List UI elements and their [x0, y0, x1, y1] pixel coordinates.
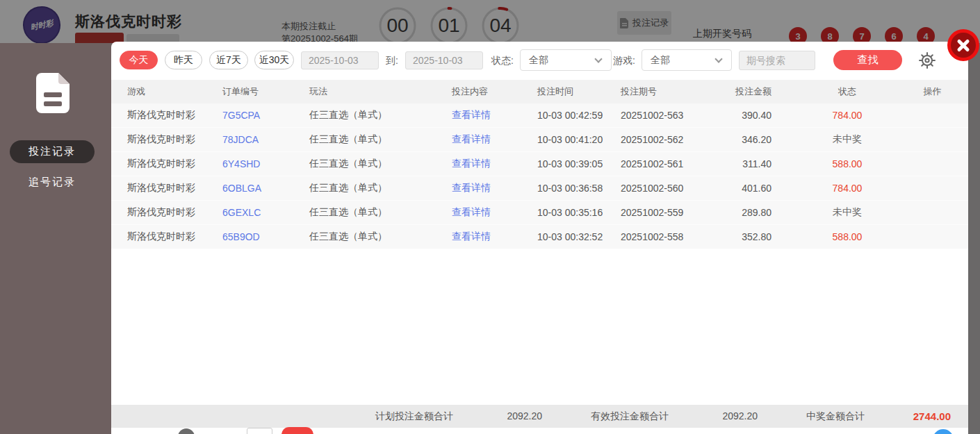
cell-game: 斯洛伐克时时彩: [127, 158, 222, 170]
table-row: 斯洛伐克时时彩 65B9OD 任三直选（单式） 查看详情 10-03 00:32…: [111, 225, 968, 249]
page-number-input[interactable]: [247, 428, 272, 434]
table-body: 斯洛伐克时时彩 7G5CPA 任三直选（单式） 查看详情 10-03 00:42…: [111, 103, 968, 249]
cell-game: 斯洛伐克时时彩: [127, 109, 222, 122]
planned-total-label: 计划投注金额合计: [375, 410, 453, 423]
order-number-link[interactable]: 6Y4SHD: [222, 158, 309, 169]
cell-amount: 346.20: [718, 134, 791, 145]
view-details-link[interactable]: 查看详情: [452, 231, 537, 243]
table-row: 斯洛伐克时时彩 78JDCA 任三直选（单式） 查看详情 10-03 00:41…: [111, 128, 968, 152]
modal-sidebar: 投注记录 追号记录: [0, 43, 111, 434]
view-details-link[interactable]: 查看详情: [452, 158, 537, 170]
filter-bar: 今天 昨天 近7天 近30天 到: 状态: 全部 游戏: 全部 查找: [111, 42, 968, 74]
summary-bar: 计划投注金额合计 2092.20 有效投注金额合计 2092.20 中奖金额合计…: [111, 405, 968, 428]
cell-game: 斯洛伐克时时彩: [127, 133, 222, 146]
cell-play: 任三直选（单式）: [309, 206, 452, 219]
cell-amount: 289.80: [718, 207, 791, 218]
table-header-row: 游戏 订单编号 玩法 投注内容 投注时间 投注期号 投注金额 状态 操作: [111, 80, 968, 103]
game-select[interactable]: 全部: [642, 49, 732, 71]
to-label: 到:: [386, 55, 398, 67]
cell-play: 任三直选（单式）: [309, 133, 452, 146]
date-from-input[interactable]: [301, 51, 379, 69]
order-number-link[interactable]: 78JDCA: [222, 134, 309, 145]
range-yesterday-button[interactable]: 昨天: [165, 51, 202, 69]
cell-game: 斯洛伐克时时彩: [127, 206, 222, 219]
cell-play: 任三直选（单式）: [309, 158, 452, 170]
cell-period: 20251002-560: [621, 183, 718, 194]
status-select[interactable]: 全部: [520, 49, 612, 71]
win-total-label: 中奖金额合计: [806, 410, 865, 423]
cell-game: 斯洛伐克时时彩: [127, 182, 222, 194]
table-row: 斯洛伐克时时彩 7G5CPA 任三直选（单式） 查看详情 10-03 00:42…: [111, 103, 968, 128]
game-label: 游戏:: [613, 55, 635, 67]
view-details-link[interactable]: 查看详情: [452, 109, 537, 122]
order-number-link[interactable]: 7G5CPA: [222, 110, 309, 121]
screen: 时时彩 斯洛伐克时时彩 本期投注截止 第20251002-564期 00 01 …: [0, 0, 980, 434]
cell-play: 任三直选（单式）: [309, 182, 452, 194]
cell-time: 10-03 00:42:59: [537, 110, 621, 121]
pagination-button[interactable]: [178, 428, 195, 434]
range-today-button[interactable]: 今天: [120, 51, 158, 69]
cell-time: 10-03 00:41:20: [537, 134, 621, 145]
status-label: 状态:: [491, 55, 514, 67]
cell-amount: 390.40: [718, 110, 791, 121]
cell-status: 784.00: [791, 183, 904, 194]
table-row: 斯洛伐克时时彩 6OBLGA 任三直选（单式） 查看详情 10-03 00:36…: [111, 176, 968, 201]
bet-records-modal: 今天 昨天 近7天 近30天 到: 状态: 全部 游戏: 全部 查找: [111, 42, 968, 434]
cell-play: 任三直选（单式）: [309, 231, 452, 243]
range-7days-button[interactable]: 近7天: [209, 51, 248, 69]
win-total-value: 2744.00: [895, 410, 951, 422]
cell-amount: 352.80: [718, 231, 791, 242]
cell-status: 588.00: [791, 231, 904, 242]
cell-status: 588.00: [791, 158, 904, 169]
table-row: 斯洛伐克时时彩 6GEXLC 任三直选（单式） 查看详情 10-03 00:35…: [111, 201, 968, 225]
cell-time: 10-03 00:36:58: [537, 183, 621, 194]
order-number-link[interactable]: 6OBLGA: [222, 183, 309, 194]
cell-status: 未中奖: [791, 206, 904, 219]
order-number-link[interactable]: 65B9OD: [222, 231, 309, 242]
table-row: 斯洛伐克时时彩 6Y4SHD 任三直选（单式） 查看详情 10-03 00:39…: [111, 152, 968, 176]
cell-game: 斯洛伐克时时彩: [127, 231, 222, 243]
planned-total-value: 2092.20: [487, 410, 542, 422]
settings-gear-icon[interactable]: [917, 51, 937, 70]
sidebar-item-bet-records[interactable]: 投注记录: [10, 140, 95, 163]
chevron-down-icon: [714, 55, 722, 62]
order-number-link[interactable]: 6GEXLC: [222, 207, 309, 218]
view-details-link[interactable]: 查看详情: [452, 182, 537, 194]
view-details-link[interactable]: 查看详情: [452, 206, 537, 219]
sidebar-item-chase-records[interactable]: 追号记录: [10, 171, 95, 194]
cell-period: 20251002-563: [621, 110, 718, 121]
cell-period: 20251002-558: [621, 231, 718, 242]
page-go-button[interactable]: [281, 427, 313, 434]
close-icon: [956, 38, 970, 52]
cell-amount: 311.40: [718, 158, 791, 169]
cell-period: 20251002-562: [621, 134, 718, 145]
chevron-down-icon: [594, 55, 602, 62]
cell-play: 任三直选（单式）: [309, 109, 452, 122]
period-search-input[interactable]: [739, 51, 815, 70]
cell-time: 10-03 00:39:05: [537, 158, 621, 169]
cell-status: 未中奖: [791, 133, 904, 146]
cell-period: 20251002-559: [621, 207, 718, 218]
view-details-link[interactable]: 查看详情: [452, 133, 537, 146]
valid-total-label: 有效投注金额合计: [591, 410, 669, 423]
cell-status: 784.00: [791, 110, 904, 121]
range-30days-button[interactable]: 近30天: [254, 51, 294, 69]
valid-total-value: 2092.20: [702, 410, 758, 422]
find-button[interactable]: 查找: [833, 50, 902, 70]
customer-service-button[interactable]: [933, 429, 954, 434]
cell-amount: 401.60: [718, 183, 791, 194]
date-to-input[interactable]: [405, 51, 483, 69]
cell-time: 10-03 00:35:16: [537, 207, 621, 218]
modal-close-button[interactable]: [947, 29, 979, 61]
cell-period: 20251002-561: [621, 158, 718, 169]
records-document-icon: [36, 73, 70, 113]
cell-time: 10-03 00:32:52: [537, 231, 621, 242]
